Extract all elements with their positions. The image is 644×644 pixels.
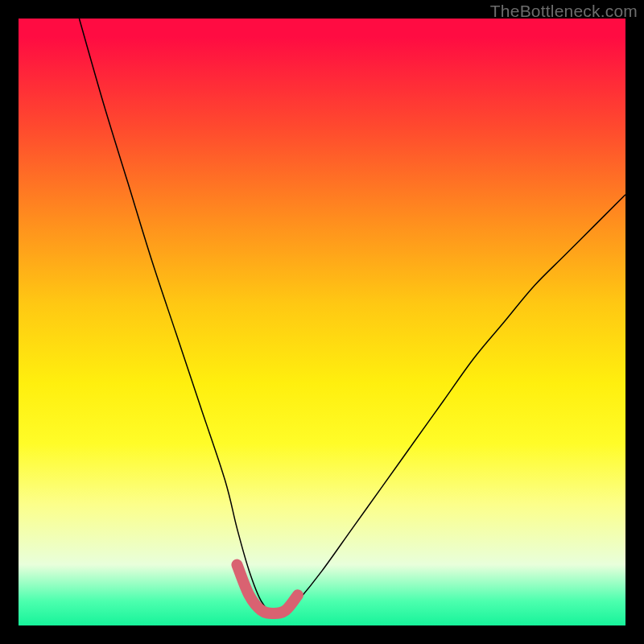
curve-svg: [19, 19, 625, 625]
watermark-text: TheBottleneck.com: [490, 2, 638, 21]
bottleneck-curve-highlight: [237, 565, 297, 613]
bottleneck-curve-line: [79, 19, 625, 615]
chart-frame: TheBottleneck.com: [0, 0, 644, 644]
plot-area: [19, 19, 625, 625]
